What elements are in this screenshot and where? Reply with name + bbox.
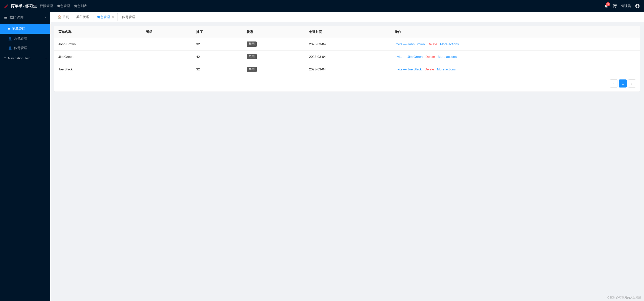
tab-menu-mgmt[interactable]: 菜单管理 (73, 13, 93, 21)
col-header-icon: 图标 (142, 26, 192, 38)
top-header: 🥢 两年半 - 练习生 权限管理 / 角色管理 / 角色列表 9 管理员 (0, 0, 644, 12)
cell-created-0: 2023-03-04 (305, 38, 391, 51)
main-content: 🏠 首页 菜单管理 角色管理 ✕ 账号管理 菜单名称 (50, 12, 644, 301)
nav-two-left: □ Navigation Two (4, 56, 30, 60)
sidebar-item-role-mgmt[interactable]: 👤 角色管理 (0, 34, 50, 43)
tab-role-mgmt-label: 角色管理 (97, 15, 110, 19)
table-header-row: 菜单名称 图标 排序 状态 创建时间 操作 (54, 26, 640, 38)
cell-created-1: 2023-03-04 (305, 51, 391, 63)
tab-home-label: 首页 (62, 15, 69, 19)
sidebar-menu-section: ≡ 菜单管理 👤 角色管理 👤 账号管理 (0, 23, 50, 54)
status-badge-1: 启用 (247, 54, 257, 59)
account-mgmt-icon: 👤 (8, 46, 12, 50)
more-link-2[interactable]: More actions (437, 67, 456, 71)
breadcrumb-part-1: 权限管理 (40, 4, 53, 8)
footer: CSDN @可偷河的人生局矩 (50, 294, 644, 301)
logo-icon: 🥢 (4, 4, 9, 8)
table-row: Joe Black 32 禁用 2023-03-04 Invite — Joe … (54, 63, 640, 76)
main-layout: ☰ 权限管理 ∧ ≡ 菜单管理 👤 角色管理 👤 账号管理 □ Navigati… (0, 12, 644, 301)
table-card: 菜单名称 图标 排序 状态 创建时间 操作 John Brown 32 禁用 (54, 26, 640, 92)
delete-link-2[interactable]: Delete (425, 67, 434, 71)
more-link-0[interactable]: More actions (440, 42, 459, 46)
tab-account-mgmt-label: 账号管理 (122, 15, 135, 19)
table-body: John Brown 32 禁用 2023-03-04 Invite — Joh… (54, 38, 640, 76)
app-title: 两年半 - 练习生 (11, 4, 37, 9)
home-icon: 🏠 (57, 15, 61, 19)
pagination: ‹ 1 › (54, 75, 640, 92)
sidebar: ☰ 权限管理 ∧ ≡ 菜单管理 👤 角色管理 👤 账号管理 □ Navigati… (0, 12, 50, 301)
breadcrumb-sep-1: / (54, 4, 55, 8)
cell-actions-1: Invite — Jim Green Delete More actions (391, 51, 640, 63)
sidebar-item-account-mgmt[interactable]: 👤 账号管理 (0, 43, 50, 53)
tab-bar: 🏠 首页 菜单管理 角色管理 ✕ 账号管理 (50, 12, 644, 22)
more-link-1[interactable]: More actions (438, 55, 457, 59)
tab-account-mgmt[interactable]: 账号管理 (119, 13, 138, 21)
user-avatar-icon[interactable] (635, 4, 640, 9)
nav-two-label: Navigation Two (8, 56, 30, 60)
cell-icon-1 (142, 51, 192, 63)
tab-role-mgmt[interactable]: 角色管理 ✕ (94, 13, 118, 21)
invite-link-2[interactable]: Invite — Joe Black (395, 67, 422, 71)
notification-button[interactable]: 9 (604, 4, 609, 8)
pagination-next[interactable]: › (628, 79, 636, 88)
cell-name-1: Jim Green (54, 51, 142, 63)
status-badge-2: 禁用 (247, 67, 257, 72)
cell-status-1: 启用 (243, 51, 305, 63)
admin-name[interactable]: 管理员 (621, 4, 631, 8)
table-head: 菜单名称 图标 排序 状态 创建时间 操作 (54, 26, 640, 38)
tab-menu-mgmt-label: 菜单管理 (76, 15, 89, 19)
cell-icon-0 (142, 38, 192, 51)
header-right: 9 管理员 (604, 4, 640, 9)
col-header-actions: 操作 (391, 26, 640, 38)
breadcrumb-sep-2: / (71, 4, 72, 8)
footer-text: CSDN @可偷河的人生局矩 (608, 296, 641, 299)
status-badge-0: 禁用 (247, 41, 257, 47)
sidebar-collapse-icon: ∧ (44, 16, 46, 19)
sidebar-section-title: 权限管理 (10, 15, 24, 20)
col-header-status: 状态 (243, 26, 305, 38)
cell-sort-1: 42 (192, 51, 242, 63)
breadcrumb-part-2: 角色管理 (57, 4, 70, 8)
hamburger-icon: ☰ (4, 15, 8, 20)
cell-name-0: John Brown (54, 38, 142, 51)
sidebar-item-menu-mgmt-label: 菜单管理 (12, 27, 25, 31)
cell-status-0: 禁用 (243, 38, 305, 51)
cart-button[interactable] (613, 4, 617, 8)
nav-two-chevron-icon: › (45, 56, 46, 60)
delete-link-1[interactable]: Delete (426, 55, 435, 59)
table-row: John Brown 32 禁用 2023-03-04 Invite — Joh… (54, 38, 640, 51)
col-header-name: 菜单名称 (54, 26, 142, 38)
sidebar-item-menu-mgmt[interactable]: ≡ 菜单管理 (0, 24, 50, 34)
table-row: Jim Green 42 启用 2023-03-04 Invite — Jim … (54, 51, 640, 63)
sidebar-item-role-mgmt-label: 角色管理 (14, 36, 27, 41)
cart-icon (613, 4, 617, 8)
content-area: 菜单名称 图标 排序 状态 创建时间 操作 John Brown 32 禁用 (50, 22, 644, 294)
notification-badge: 9 (606, 2, 610, 6)
cell-name-2: Joe Black (54, 63, 142, 76)
data-table: 菜单名称 图标 排序 状态 创建时间 操作 John Brown 32 禁用 (54, 26, 640, 75)
cell-created-2: 2023-03-04 (305, 63, 391, 76)
role-mgmt-icon: 👤 (8, 37, 12, 40)
cell-actions-0: Invite — John Brown Delete More actions (391, 38, 640, 51)
app-logo: 🥢 两年半 - 练习生 (4, 4, 37, 9)
pagination-page-1[interactable]: 1 (619, 79, 627, 88)
cell-actions-2: Invite — Joe Black Delete More actions (391, 63, 640, 76)
invite-link-1[interactable]: Invite — Jim Green (395, 55, 423, 59)
tab-role-mgmt-close[interactable]: ✕ (112, 16, 115, 19)
invite-link-0[interactable]: Invite — John Brown (395, 42, 425, 46)
col-header-sort: 排序 (192, 26, 242, 38)
cell-status-2: 禁用 (243, 63, 305, 76)
nav-two-icon: □ (4, 56, 6, 60)
sidebar-item-navigation-two[interactable]: □ Navigation Two › (0, 54, 50, 63)
breadcrumb-part-3: 角色列表 (74, 4, 87, 8)
header-left: 🥢 两年半 - 练习生 权限管理 / 角色管理 / 角色列表 (4, 4, 87, 9)
cell-sort-0: 32 (192, 38, 242, 51)
sidebar-toggle[interactable]: ☰ 权限管理 ∧ (0, 12, 50, 23)
pagination-prev[interactable]: ‹ (610, 79, 618, 88)
cell-icon-2 (142, 63, 192, 76)
tab-home[interactable]: 🏠 首页 (54, 13, 72, 21)
cell-sort-2: 32 (192, 63, 242, 76)
delete-link-0[interactable]: Delete (428, 42, 437, 46)
menu-mgmt-icon: ≡ (8, 27, 10, 31)
avatar-icon (635, 4, 640, 9)
